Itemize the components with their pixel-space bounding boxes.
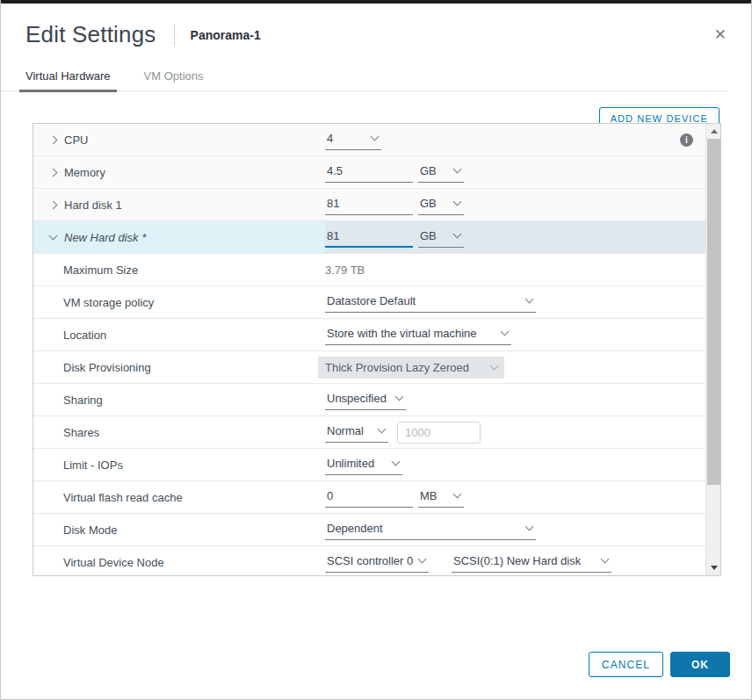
new-hard-disk-size-input[interactable] bbox=[325, 227, 413, 248]
dialog-title: Edit Settings bbox=[25, 21, 156, 48]
disk-mode-select[interactable]: Dependent bbox=[325, 519, 536, 540]
row-hard-disk-1: Hard disk 1 GB bbox=[33, 189, 707, 221]
virtual-flash-unit-select[interactable]: MB bbox=[418, 487, 464, 508]
tab-vm-options[interactable]: VM Options bbox=[138, 64, 210, 90]
scsi-node-select[interactable]: SCSI(0:1) New Hard disk bbox=[452, 552, 611, 573]
row-label: New Hard disk * bbox=[64, 231, 146, 244]
chevron-right-icon[interactable] bbox=[49, 168, 58, 177]
vm-storage-policy-value: Datastore Default bbox=[327, 294, 416, 307]
row-vm-storage-policy: VM storage policy Datastore Default bbox=[33, 286, 707, 319]
ok-button[interactable]: OK bbox=[670, 652, 730, 677]
dialog-footer: CANCEL OK bbox=[589, 652, 730, 677]
row-virtual-device-node: Virtual Device Node SCSI controller 0 SC… bbox=[33, 546, 707, 576]
row-location: Location Store with the virtual machine bbox=[33, 319, 707, 351]
row-cpu-label-cell[interactable]: CPU bbox=[33, 124, 325, 155]
row-sharing: Sharing Unspecified bbox=[33, 384, 707, 416]
row-label: Disk Mode bbox=[63, 523, 117, 537]
row-memory-label-cell[interactable]: Memory bbox=[33, 156, 325, 188]
chevron-down-icon bbox=[378, 425, 387, 434]
chevron-down-icon bbox=[601, 555, 610, 564]
chevron-right-icon[interactable] bbox=[49, 200, 58, 209]
new-hard-disk-unit-select[interactable]: GB bbox=[418, 227, 464, 248]
chevron-down-icon[interactable] bbox=[49, 232, 58, 241]
tab-virtual-hardware[interactable]: Virtual Hardware bbox=[19, 64, 117, 92]
memory-unit-select[interactable]: GB bbox=[418, 162, 464, 183]
row-label: Virtual flash read cache bbox=[63, 491, 183, 504]
scroll-down-icon[interactable] bbox=[706, 560, 721, 575]
scrollbar[interactable] bbox=[705, 124, 720, 575]
row-label: CPU bbox=[64, 134, 88, 147]
row-maximum-size: Maximum Size 3.79 TB bbox=[33, 254, 707, 286]
limit-iops-value: Unlimited bbox=[327, 457, 374, 470]
chevron-down-icon bbox=[371, 133, 380, 141]
cancel-button[interactable]: CANCEL bbox=[589, 652, 663, 677]
chevron-down-icon bbox=[418, 555, 427, 564]
close-icon[interactable]: ✕ bbox=[711, 24, 730, 46]
row-label: VM storage policy bbox=[63, 296, 154, 309]
row-disk-mode: Disk Mode Dependent bbox=[33, 514, 707, 546]
chevron-down-icon bbox=[501, 328, 510, 336]
row-memory: Memory GB bbox=[33, 156, 707, 189]
scsi-node-value: SCSI(0:1) New Hard disk bbox=[453, 554, 581, 567]
chevron-down-icon bbox=[392, 458, 401, 466]
scrollbar-thumb[interactable] bbox=[707, 139, 720, 485]
chevron-down-icon bbox=[490, 361, 499, 370]
row-label: Limit - IOPs bbox=[63, 458, 123, 472]
scsi-controller-select[interactable]: SCSI controller 0 bbox=[325, 552, 429, 573]
chevron-down-icon bbox=[395, 393, 404, 401]
sharing-value: Unspecified bbox=[327, 392, 387, 405]
new-hard-disk-unit-value: GB bbox=[420, 229, 437, 242]
shares-count-input[interactable] bbox=[397, 422, 481, 444]
row-limit-iops: Limit - IOPs Unlimited bbox=[33, 449, 707, 481]
row-shares: Shares Normal bbox=[33, 416, 707, 449]
location-value: Store with the virtual machine bbox=[327, 327, 477, 340]
row-label: Virtual Device Node bbox=[63, 556, 164, 569]
chevron-down-icon bbox=[453, 165, 462, 174]
cpu-count-value: 4 bbox=[327, 132, 333, 145]
chevron-down-icon bbox=[525, 523, 534, 531]
row-label: Disk Provisioning bbox=[63, 361, 151, 374]
disk-provisioning-select: Thick Provision Lazy Zeroed bbox=[318, 357, 504, 379]
chevron-down-icon bbox=[453, 230, 462, 239]
hard-disk-1-unit-select[interactable]: GB bbox=[418, 194, 464, 215]
row-new-hard-disk-label-cell[interactable]: New Hard disk * bbox=[33, 221, 325, 253]
row-hard-disk-1-label-cell[interactable]: Hard disk 1 bbox=[33, 189, 325, 220]
chevron-right-icon[interactable] bbox=[49, 135, 58, 144]
info-icon[interactable]: i bbox=[680, 134, 693, 147]
memory-size-input[interactable] bbox=[325, 162, 413, 183]
hardware-list: CPU 4 i Memory bbox=[33, 123, 721, 576]
vm-name: Panorama-1 bbox=[191, 28, 261, 42]
edit-settings-dialog: Edit Settings Panorama-1 ✕ Virtual Hardw… bbox=[0, 0, 752, 700]
row-label: Shares bbox=[63, 426, 99, 439]
hard-disk-1-unit-value: GB bbox=[420, 197, 437, 210]
hard-disk-1-size-input[interactable] bbox=[325, 194, 413, 215]
scsi-controller-value: SCSI controller 0 bbox=[327, 554, 413, 567]
sharing-select[interactable]: Unspecified bbox=[325, 389, 406, 410]
cpu-count-select[interactable]: 4 bbox=[325, 129, 381, 150]
dialog-header: Edit Settings Panorama-1 ✕ bbox=[1, 4, 751, 55]
chevron-down-icon bbox=[453, 198, 462, 206]
disk-provisioning-value: Thick Provision Lazy Zeroed bbox=[325, 361, 469, 374]
shares-level-value: Normal bbox=[327, 424, 364, 437]
row-label: Sharing bbox=[63, 393, 103, 407]
chevron-down-icon bbox=[453, 490, 462, 499]
scroll-up-icon[interactable] bbox=[706, 124, 721, 139]
disk-mode-value: Dependent bbox=[327, 522, 383, 535]
memory-unit-value: GB bbox=[420, 164, 437, 177]
row-label: Location bbox=[63, 328, 106, 342]
virtual-flash-unit-value: MB bbox=[420, 489, 437, 502]
row-label: Hard disk 1 bbox=[64, 198, 122, 212]
row-label: Maximum Size bbox=[63, 263, 138, 277]
shares-level-select[interactable]: Normal bbox=[325, 422, 388, 443]
row-cpu: CPU 4 i bbox=[33, 124, 707, 156]
virtual-flash-input[interactable] bbox=[325, 487, 413, 508]
row-label: Memory bbox=[64, 166, 105, 179]
limit-iops-select[interactable]: Unlimited bbox=[325, 454, 402, 475]
maximum-size-value: 3.79 TB bbox=[325, 263, 365, 277]
tab-bar: Virtual Hardware VM Options bbox=[1, 64, 728, 91]
chevron-down-icon bbox=[525, 295, 534, 304]
vm-storage-policy-select[interactable]: Datastore Default bbox=[325, 292, 536, 313]
title-divider bbox=[174, 24, 175, 47]
location-select[interactable]: Store with the virtual machine bbox=[325, 324, 511, 345]
row-virtual-flash: Virtual flash read cache MB bbox=[33, 481, 707, 514]
